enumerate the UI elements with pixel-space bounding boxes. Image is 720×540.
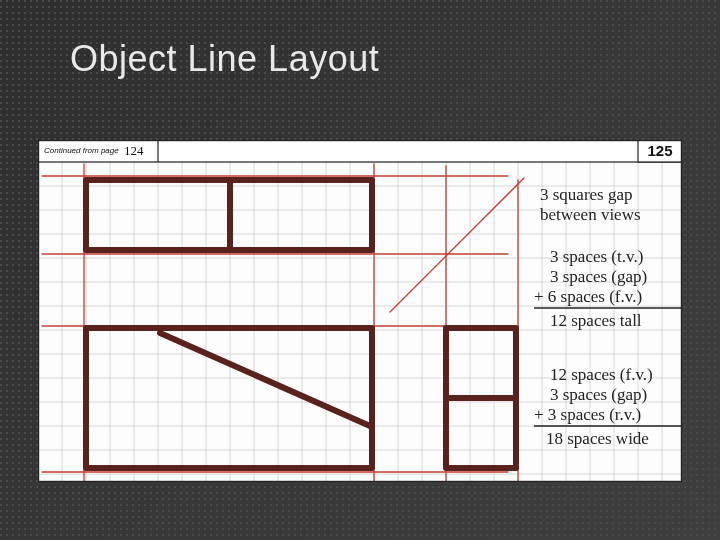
continued-label: Continued from page	[44, 146, 119, 155]
hcalc-1: 3 spaces (t.v.)	[550, 247, 643, 266]
wcalc-4: 18 spaces wide	[546, 429, 649, 448]
wcalc-3: + 3 spaces (r.v.)	[534, 405, 641, 424]
page-title: Object Line Layout	[70, 38, 379, 80]
hcalc-3: + 6 spaces (f.v.)	[534, 287, 642, 306]
hcalc-2: 3 spaces (gap)	[550, 267, 647, 286]
gap-note-line2: between views	[540, 205, 641, 224]
page-number: 125	[647, 142, 672, 159]
worksheet-page: Continued from page 124 125 3 squares ga…	[38, 140, 682, 482]
gap-note-line1: 3 squares gap	[540, 185, 633, 204]
wcalc-1: 12 spaces (f.v.)	[550, 365, 653, 384]
continued-value: 124	[124, 143, 144, 158]
hcalc-4: 12 spaces tall	[550, 311, 642, 330]
wcalc-2: 3 spaces (gap)	[550, 385, 647, 404]
